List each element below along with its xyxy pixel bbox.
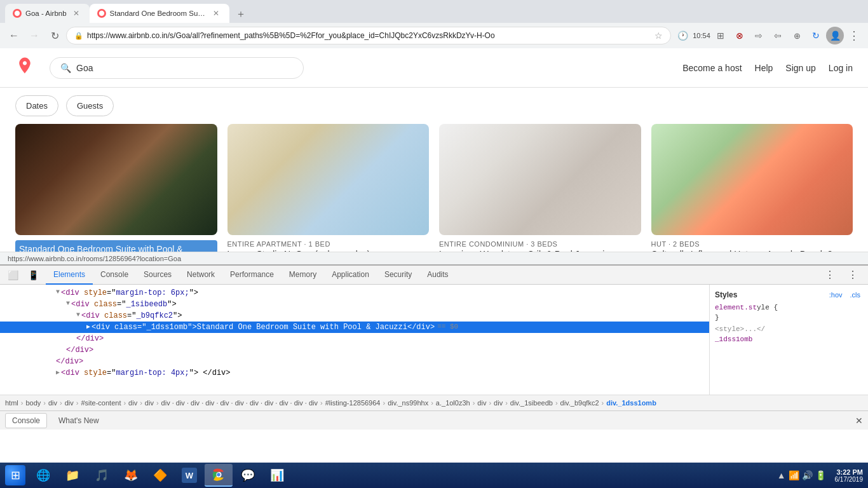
- become-host-link[interactable]: Become a host: [682, 63, 742, 73]
- breadcrumb-a[interactable]: a._1ol0z3h: [436, 399, 470, 407]
- tab-performance[interactable]: Performance: [222, 266, 281, 285]
- taskbar-vlc[interactable]: 🔶: [146, 464, 174, 487]
- ext7-btn[interactable]: ↻: [807, 27, 825, 44]
- tab-goa[interactable]: Goa - Airbnb ✕: [5, 4, 90, 23]
- tab-application[interactable]: Application: [324, 266, 377, 285]
- taskbar-slack[interactable]: 💬: [234, 464, 262, 487]
- breadcrumb-dss1omb[interactable]: div._1dss1omb: [606, 399, 656, 407]
- devtools-inspect-btn[interactable]: ⬜: [5, 268, 20, 283]
- bookmark-icon[interactable]: ☆: [654, 30, 663, 41]
- tray-up-arrow[interactable]: ▲: [777, 470, 786, 480]
- console-close-btn[interactable]: ✕: [855, 416, 863, 426]
- expand-arrow-3[interactable]: ▼: [76, 311, 80, 318]
- devtools-device-btn[interactable]: 📱: [25, 268, 41, 283]
- hov-button[interactable]: :hov: [827, 290, 845, 300]
- app8-icon: 📊: [269, 468, 285, 483]
- breadcrumb-html[interactable]: html: [5, 399, 18, 407]
- ext3-btn[interactable]: ⊗: [731, 27, 749, 44]
- menu-btn[interactable]: ⋮: [845, 27, 863, 44]
- console-tab[interactable]: Console: [5, 413, 47, 428]
- breadcrumb-b9qfkc2[interactable]: div._b9qfkc2: [560, 399, 599, 407]
- sign-up-link[interactable]: Sign up: [785, 63, 815, 73]
- taskbar-firefox[interactable]: 🦊: [117, 464, 145, 487]
- ext4-btn[interactable]: ⇨: [750, 27, 768, 44]
- breadcrumb-listing[interactable]: #listing-12856964: [325, 399, 381, 407]
- tab-sources[interactable]: Sources: [136, 266, 179, 285]
- dom-line-8[interactable]: ▶ <div style="margin-top: 4px;"> </div>: [0, 367, 709, 379]
- tab-audits[interactable]: Audits: [419, 266, 456, 285]
- ext2-btn[interactable]: ⊞: [712, 27, 729, 44]
- breadcrumb-body[interactable]: body: [25, 399, 41, 407]
- dom-line-6[interactable]: </div>: [0, 344, 709, 356]
- forward-button[interactable]: →: [25, 27, 43, 44]
- expand-arrow-2[interactable]: ▼: [66, 300, 70, 307]
- tab-suite[interactable]: Standard One Bedroom Suite wi... ✕: [90, 4, 229, 23]
- breadcrumb-div3[interactable]: div: [128, 399, 137, 407]
- listing-card-2[interactable]: ENTIRE APARTMENT · 1 BED Luxury Studio N…: [227, 124, 430, 252]
- breadcrumb-div5[interactable]: div: [477, 399, 486, 407]
- taskbar-word[interactable]: W: [175, 464, 203, 487]
- taskbar-clock[interactable]: 3:22 PM 6/17/2019: [832, 468, 866, 483]
- taskbar-media[interactable]: 🎵: [88, 464, 116, 487]
- tab-network[interactable]: Network: [179, 266, 222, 285]
- breadcrumb-div6[interactable]: div: [494, 399, 503, 407]
- listing-card-3[interactable]: ENTIRE CONDOMINIUM · 3 BEDS Luxurious Wo…: [439, 124, 641, 252]
- extensions-btn[interactable]: 🕐: [674, 27, 691, 44]
- whats-new-tab[interactable]: What's New: [52, 414, 105, 428]
- taskbar-app8[interactable]: 📊: [263, 464, 291, 487]
- listing-image-2: [227, 124, 430, 235]
- devtools-settings-icon[interactable]: ⋮: [843, 269, 863, 281]
- start-button[interactable]: ⊞: [3, 464, 28, 487]
- tray-volume[interactable]: 🔊: [802, 470, 813, 480]
- reload-button[interactable]: ↻: [46, 27, 64, 44]
- ext5-btn[interactable]: ⇦: [769, 27, 787, 44]
- dom-line-2[interactable]: ▼ <div class="_1sibeedb">: [0, 299, 709, 310]
- style-rule-3: <style>...</: [715, 325, 863, 333]
- dom-line-1[interactable]: ▼ <div style="margin-top: 6px;">: [0, 287, 709, 299]
- dates-filter[interactable]: Dates: [15, 95, 58, 116]
- ext6-btn[interactable]: ⊕: [788, 27, 806, 44]
- breadcrumb-div1[interactable]: div: [48, 399, 57, 407]
- media-btn[interactable]: 10:54: [693, 27, 710, 44]
- new-tab-button[interactable]: ＋: [232, 5, 250, 23]
- tab-memory[interactable]: Memory: [281, 266, 324, 285]
- avatar-btn[interactable]: 👤: [826, 27, 844, 44]
- console-bar: Console What's New ✕: [0, 410, 868, 430]
- tray-battery[interactable]: 🔋: [815, 470, 826, 480]
- tab-suite-close[interactable]: ✕: [210, 8, 222, 19]
- breadcrumb-ns[interactable]: div._ns99hhx: [388, 399, 428, 407]
- taskbar-ie[interactable]: 🌐: [29, 464, 57, 487]
- breadcrumb-div2[interactable]: div: [65, 399, 74, 407]
- back-button[interactable]: ←: [5, 27, 23, 44]
- dom-line-selected[interactable]: ▶ <div class="_1dss1omb">Standard One Be…: [0, 322, 709, 333]
- taskbar-chrome[interactable]: [205, 464, 233, 487]
- guests-filter[interactable]: Guests: [66, 95, 114, 116]
- address-bar[interactable]: 🔒 https://www.airbnb.co.in/s/Goa/all?ref…: [66, 27, 671, 44]
- cls-button[interactable]: .cls: [848, 290, 864, 300]
- log-in-link[interactable]: Log in: [829, 63, 853, 73]
- tab-console[interactable]: Console: [93, 266, 136, 285]
- breadcrumb-sibeedb[interactable]: div._1sibeedb: [510, 399, 553, 407]
- dom-line-5[interactable]: </div>: [0, 333, 709, 344]
- listing-card-4[interactable]: HUT · 2 BEDS Culturally Influenced Huts …: [651, 124, 853, 252]
- taskbar-explorer[interactable]: 📁: [58, 464, 86, 487]
- expand-arrow-selected[interactable]: ▶: [86, 323, 90, 330]
- devtools-more-icon[interactable]: ⋮: [820, 269, 840, 281]
- expand-arrow-8[interactable]: ▶: [56, 369, 60, 376]
- tray-network[interactable]: 📶: [789, 470, 799, 480]
- dom-panel[interactable]: ▼ <div style="margin-top: 6px;"> ▼ <div …: [0, 285, 709, 395]
- breadcrumb-div4[interactable]: div: [145, 399, 154, 407]
- dom-line-3[interactable]: ▼ <div class="_b9qfkc2">: [0, 310, 709, 322]
- tab-security[interactable]: Security: [377, 266, 419, 285]
- search-box[interactable]: 🔍: [50, 57, 304, 79]
- breadcrumb-site-content[interactable]: #site-content: [81, 399, 121, 407]
- search-input[interactable]: [76, 63, 280, 73]
- tab-elements[interactable]: Elements: [46, 266, 93, 285]
- help-link[interactable]: Help: [755, 63, 773, 73]
- tab-goa-close[interactable]: ✕: [71, 8, 82, 19]
- listing-card-1[interactable]: Standard One Bedroom Suite with Pool & J…: [15, 124, 217, 252]
- expand-arrow-1[interactable]: ▼: [56, 288, 60, 295]
- dom-line-7[interactable]: </div>: [0, 356, 709, 367]
- airbnb-logo[interactable]: [15, 56, 34, 79]
- breadcrumb-sep-1: ›: [21, 399, 24, 407]
